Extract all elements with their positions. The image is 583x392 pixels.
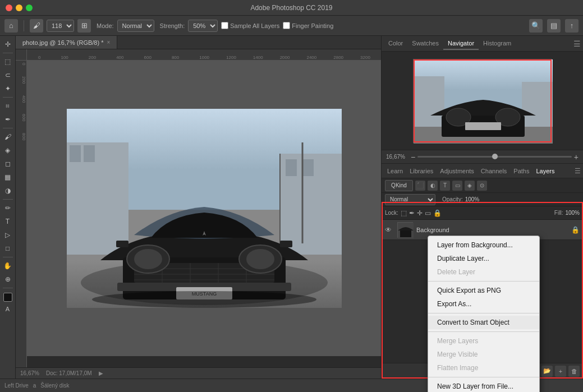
new-group-icon[interactable]: 📂 xyxy=(541,366,553,377)
zoom-out-icon[interactable]: − xyxy=(411,153,415,162)
tab-libraries[interactable]: Libraries xyxy=(406,167,437,176)
horizontal-ruler: 0 100 200 400 600 800 1000 1200 1400 200… xyxy=(27,49,381,61)
pen-tool[interactable]: ✏ xyxy=(2,202,14,214)
lock-transparency-icon[interactable]: ⬚ xyxy=(401,209,407,217)
lasso-tool[interactable]: ⊂ xyxy=(2,69,14,81)
gradient-tool[interactable]: ▦ xyxy=(2,171,14,183)
brush-preset-select[interactable]: 118 xyxy=(47,20,74,32)
share-icon[interactable]: ↑ xyxy=(565,19,579,33)
burn-tool[interactable]: ◑ xyxy=(2,185,14,197)
path-select-tool[interactable]: ▷ xyxy=(2,229,14,241)
brush-settings-icon[interactable]: ⊞ xyxy=(77,19,91,33)
home-icon[interactable]: ⌂ xyxy=(4,19,18,33)
kind-label: Kind xyxy=(396,182,407,188)
tab-learn[interactable]: Learn xyxy=(384,167,406,176)
layer-visibility-icon[interactable]: 👁 xyxy=(385,226,394,234)
svg-rect-4 xyxy=(84,145,95,162)
adjustment-icon[interactable]: ◐ xyxy=(428,181,438,191)
hand-tool[interactable]: ✋ xyxy=(2,260,14,272)
finger-painting-checkbox[interactable] xyxy=(283,22,290,29)
pixel-icon[interactable]: ⬛ xyxy=(415,181,425,191)
tab-color[interactable]: Color xyxy=(384,38,407,50)
delete-layer-icon[interactable]: 🗑 xyxy=(568,366,580,377)
crop-tool[interactable]: ⌗ xyxy=(2,100,14,112)
magic-wand-tool[interactable]: ✦ xyxy=(2,82,14,95)
zoom-slider[interactable] xyxy=(417,156,572,158)
svg-rect-3 xyxy=(70,145,81,162)
sample-all-checkbox-container[interactable]: Sample All Layers xyxy=(221,22,279,29)
smart-object-icon[interactable]: ◈ xyxy=(465,181,475,191)
tab-navigator[interactable]: Navigator xyxy=(443,38,479,50)
disk-label: Šálený disk xyxy=(40,382,69,389)
lock-position-icon[interactable]: ✛ xyxy=(417,209,423,217)
document-tab[interactable]: photo.jpg @ 16,7% (RGB/8) * × xyxy=(16,36,117,49)
tab-swatches[interactable]: Swatches xyxy=(407,38,443,50)
tab-paths[interactable]: Paths xyxy=(510,167,532,176)
shape-icon[interactable]: ▭ xyxy=(452,181,462,191)
mode-select[interactable]: Normal xyxy=(117,20,154,32)
lock-brush-icon[interactable]: ✒ xyxy=(409,209,415,217)
layer-lock-icon: 🔒 xyxy=(571,226,580,234)
sample-all-checkbox[interactable] xyxy=(221,22,228,29)
maximize-button[interactable] xyxy=(26,4,33,11)
zoom-percent: 16,67% xyxy=(20,370,39,376)
brush-tool-icon[interactable]: 🖌 xyxy=(30,19,43,33)
blend-mode-select[interactable]: Normal xyxy=(385,194,435,205)
svg-rect-28 xyxy=(280,241,292,247)
main-toolbar: ⌂ 🖌 118 ⊞ Mode: Normal Strength: 50% Sam… xyxy=(0,16,583,36)
workspace-icon[interactable]: ▤ xyxy=(547,19,561,33)
layers-kind-row: Q Kind ⬛ ◐ T ▭ ◈ ⊙ xyxy=(382,178,583,193)
more-filters-icon[interactable]: ⊙ xyxy=(477,181,487,191)
search-icon[interactable]: 🔍 xyxy=(529,19,543,33)
ctx-merge-visible[interactable]: Merge Visible xyxy=(428,348,539,361)
ctx-new-3d[interactable]: New 3D Layer from File... xyxy=(428,380,539,392)
drive-label: a xyxy=(33,382,36,389)
ctx-merge-layers[interactable]: Merge Layers xyxy=(428,334,539,348)
tab-layers[interactable]: Layers xyxy=(532,167,558,176)
tab-name: photo.jpg @ 16,7% (RGB/8) * xyxy=(22,39,103,46)
type-icon[interactable]: T xyxy=(440,181,450,191)
tab-close-icon[interactable]: × xyxy=(107,39,110,45)
toolbar-right: 🔍 ▤ ↑ xyxy=(529,19,579,33)
ctx-export-as[interactable]: Export As... xyxy=(428,297,539,311)
top-panel-menu-icon[interactable]: ☰ xyxy=(573,39,581,48)
close-button[interactable] xyxy=(6,4,12,11)
svg-rect-7 xyxy=(302,159,314,176)
tab-channels[interactable]: Channels xyxy=(478,167,510,176)
car-photo-svg: MUSTANG xyxy=(67,109,342,308)
finger-painting-label: Finger Painting xyxy=(292,22,333,29)
strength-select[interactable]: 50% xyxy=(188,20,218,32)
minimize-button[interactable] xyxy=(16,4,22,11)
tab-histogram[interactable]: Histogram xyxy=(479,38,516,50)
ctx-layer-from-background[interactable]: Layer from Background... xyxy=(428,238,539,252)
tool-separator-6 xyxy=(3,288,13,288)
ctx-duplicate-layer[interactable]: Duplicate Layer... xyxy=(428,252,539,265)
marquee-tool[interactable]: ⬚ xyxy=(2,56,14,68)
foreground-color[interactable] xyxy=(3,293,12,302)
brush-tool[interactable]: 🖌 xyxy=(2,131,14,143)
move-tool[interactable]: ✢ xyxy=(2,38,14,50)
new-layer-icon[interactable]: + xyxy=(555,366,566,377)
zoom-in-icon[interactable]: + xyxy=(574,153,579,162)
eyedropper-tool[interactable]: ✒ xyxy=(2,113,14,126)
kind-dropdown[interactable]: Q Kind xyxy=(385,180,413,191)
finger-painting-checkbox-container[interactable]: Finger Painting xyxy=(283,22,333,29)
canvas-viewport[interactable]: MUSTANG xyxy=(27,61,381,356)
clone-tool[interactable]: ◈ xyxy=(2,144,14,156)
shape-tool[interactable]: □ xyxy=(2,242,14,255)
eraser-tool[interactable]: ◻ xyxy=(2,158,14,170)
navigator-viewport-box xyxy=(414,59,552,142)
ctx-flatten[interactable]: Flatten Image xyxy=(428,361,539,375)
lock-artboard-icon[interactable]: ▭ xyxy=(425,209,431,217)
type-tool[interactable]: T xyxy=(2,215,14,228)
ctx-quick-export[interactable]: Quick Export as PNG xyxy=(428,284,539,297)
context-menu: Layer from Background... Duplicate Layer… xyxy=(428,236,540,392)
lock-all-icon[interactable]: 🔒 xyxy=(433,209,442,217)
layers-menu-icon[interactable]: ☰ xyxy=(575,167,581,175)
tab-adjustments[interactable]: Adjustments xyxy=(437,167,478,176)
ctx-delete-layer[interactable]: Delete Layer xyxy=(428,265,539,279)
zoom-tool[interactable]: ⊕ xyxy=(2,273,14,285)
ctx-convert-smart[interactable]: Convert to Smart Object xyxy=(428,316,539,329)
type-tool-2[interactable]: A xyxy=(2,303,14,315)
ctx-sep-2 xyxy=(428,313,539,313)
